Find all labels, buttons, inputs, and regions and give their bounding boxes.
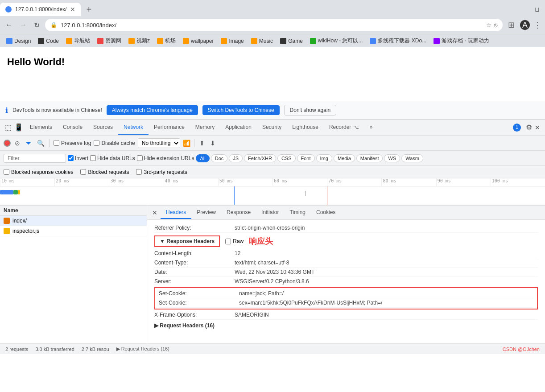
third-party-label[interactable]: 3rd-party requests	[136, 169, 187, 175]
preserve-log-input[interactable]	[54, 140, 59, 146]
bookmark-xdo[interactable]: 多线程下载器 XDo...	[367, 36, 429, 45]
devtools-inspect-button[interactable]: ⬚	[4, 122, 13, 133]
tab-response[interactable]: Response	[221, 206, 256, 219]
match-language-button[interactable]: Always match Chrome's language	[107, 105, 198, 115]
filter-type-ws[interactable]: WS	[384, 154, 400, 162]
response-headers-toggle[interactable]: ▼ Response Headers	[154, 235, 220, 247]
hide-data-urls-input[interactable]	[90, 155, 96, 161]
profile-button[interactable]: A	[520, 20, 530, 30]
invert-checkbox[interactable]: Invert	[68, 155, 88, 161]
referrer-policy-value: strict-origin-when-cross-origin	[235, 225, 305, 231]
bookmark-nav[interactable]: 导航站	[63, 36, 93, 45]
bookmark-video[interactable]: 视频z	[126, 36, 153, 45]
filter-type-doc[interactable]: Doc	[211, 154, 228, 162]
record-button[interactable]	[4, 140, 11, 147]
bookmark-image[interactable]: Image	[218, 37, 246, 45]
bookmark-favicon-wallpaper	[183, 38, 189, 44]
bookmark-wikihow[interactable]: wikiHow - 您可以...	[307, 36, 366, 45]
filter-type-fetch[interactable]: Fetch/XHR	[244, 154, 276, 162]
bookmark-wallpaper[interactable]: wallpaper	[180, 37, 216, 45]
extensions-button[interactable]: ⊞	[508, 20, 515, 30]
tab-lighthouse[interactable]: Lighthouse	[287, 120, 324, 135]
tab-timing[interactable]: Timing	[284, 206, 311, 219]
hide-extension-urls-input[interactable]	[137, 155, 143, 161]
tab-memory[interactable]: Memory	[190, 120, 220, 135]
filter-type-media[interactable]: Media	[334, 154, 355, 162]
menu-button[interactable]: ⋮	[533, 20, 541, 30]
bookmark-resource[interactable]: 资源网	[95, 36, 124, 45]
content-length-row: Content-Length: 12	[154, 249, 538, 258]
tab-console[interactable]: Console	[58, 120, 88, 135]
invert-input[interactable]	[68, 155, 74, 161]
browser-tab[interactable]: 127.0.0.1:8000/index/ ✕	[0, 3, 81, 16]
request-headers-toggle[interactable]: ▶ Request Headers (16)	[154, 320, 538, 331]
tab-network[interactable]: Network	[118, 120, 149, 135]
third-party-checkbox[interactable]	[136, 169, 142, 175]
dont-show-again-button[interactable]: Don't show again	[284, 105, 337, 116]
search-button[interactable]: 🔍	[36, 138, 46, 148]
bookmark-music[interactable]: Music	[248, 37, 276, 45]
switch-chinese-button[interactable]: Switch DevTools to Chinese	[202, 105, 280, 115]
bookmark-design[interactable]: Design	[4, 37, 33, 45]
filter-type-js[interactable]: JS	[229, 154, 243, 162]
forward-button[interactable]: →	[18, 19, 29, 31]
tab-performance[interactable]: Performance	[149, 120, 190, 135]
bookmark-code[interactable]: Code	[35, 37, 62, 45]
tab-close-button[interactable]: ✕	[70, 6, 75, 13]
page-content: Hello World!	[0, 47, 545, 101]
blocked-requests-checkbox[interactable]	[80, 169, 86, 175]
share-button[interactable]: ⎋	[494, 21, 497, 29]
tab-more[interactable]: »	[364, 120, 378, 135]
status-bar: 2 requests 3.0 kB transferred 2.7 kB res…	[0, 343, 545, 354]
hide-extension-urls-checkbox[interactable]: Hide extension URLs	[137, 155, 194, 161]
blocked-cookies-checkbox[interactable]	[4, 169, 9, 175]
disable-cache-input[interactable]	[94, 140, 99, 146]
hide-data-urls-checkbox[interactable]: Hide data URLs	[90, 155, 135, 161]
tab-application[interactable]: Application	[220, 120, 257, 135]
maximize-button[interactable]: ⊔	[535, 6, 545, 13]
bookmark-airport[interactable]: 机场	[154, 36, 178, 45]
devtools-close-button[interactable]: ✕	[533, 123, 541, 132]
url-bar[interactable]: 🔒 127.0.0.1:8000/index/ ☆ ⎋	[45, 19, 503, 31]
tab-initiator[interactable]: Initiator	[256, 206, 284, 219]
filter-type-font[interactable]: Font	[297, 154, 315, 162]
clear-button[interactable]: ⊘	[13, 138, 21, 148]
reload-button[interactable]: ↻	[32, 19, 41, 31]
filter-type-img[interactable]: Img	[316, 154, 332, 162]
toolbar-divider	[50, 139, 50, 147]
new-tab-button[interactable]: +	[83, 4, 95, 15]
request-item-inspector[interactable]: inspector.js	[0, 226, 147, 236]
bookmark-button[interactable]: ☆	[486, 21, 492, 29]
filter-button[interactable]: ⏷	[24, 138, 33, 148]
request-headers-status[interactable]: ▶ Request Headers (16)	[116, 346, 169, 352]
filter-type-wasm[interactable]: Wasm	[401, 154, 423, 162]
tab-elements[interactable]: Elements	[25, 120, 58, 135]
bookmark-games-archive[interactable]: 游戏存档 - 玩家动力	[431, 36, 492, 45]
export-button[interactable]: ⬆	[198, 138, 206, 148]
details-close-button[interactable]: ✕	[151, 208, 159, 218]
blocked-cookies-label[interactable]: Blocked response cookies	[4, 169, 73, 175]
tab-headers[interactable]: Headers	[161, 206, 191, 219]
tab-cookies[interactable]: Cookies	[311, 206, 341, 219]
bookmark-game[interactable]: Game	[277, 37, 306, 45]
devtools-banner: ℹ DevTools is now available in Chinese! …	[0, 101, 545, 119]
filter-type-css[interactable]: CSS	[277, 154, 296, 162]
tab-sources[interactable]: Sources	[88, 120, 118, 135]
import-button[interactable]: ⬇	[209, 138, 217, 148]
devtools-device-button[interactable]: 📱	[13, 122, 25, 133]
filter-input[interactable]	[4, 154, 66, 163]
blocked-requests-label[interactable]: Blocked requests	[80, 169, 129, 175]
filter-type-all[interactable]: All	[196, 154, 209, 162]
tab-security[interactable]: Security	[257, 120, 287, 135]
throttle-select[interactable]: No throttling	[138, 138, 180, 148]
back-button[interactable]: ←	[4, 19, 14, 31]
preserve-log-checkbox[interactable]: Preserve log	[54, 140, 91, 146]
bookmark-label-game: Game	[288, 38, 303, 44]
filter-type-manifest[interactable]: Manifest	[356, 154, 383, 162]
request-item-index[interactable]: index/	[0, 216, 147, 226]
tab-recorder[interactable]: Recorder ⌥	[324, 120, 364, 135]
devtools-settings-button[interactable]: ⚙	[524, 122, 533, 133]
tab-preview[interactable]: Preview	[191, 206, 221, 219]
disable-cache-checkbox[interactable]: Disable cache	[94, 140, 135, 146]
raw-checkbox[interactable]	[225, 239, 231, 244]
